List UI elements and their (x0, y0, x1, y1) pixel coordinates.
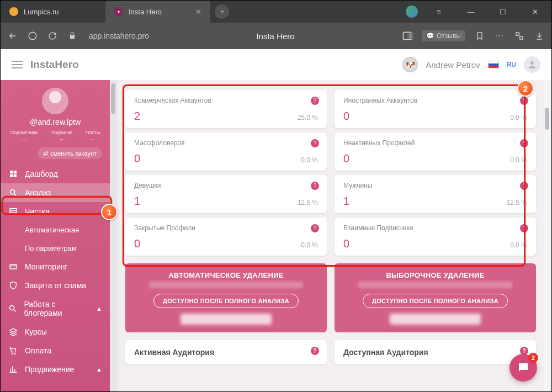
bottom-card-0: Активная Аудитория? (125, 340, 327, 364)
more-icon[interactable]: ⋯ (494, 31, 505, 40)
maximize-icon[interactable]: ☐ (492, 1, 514, 23)
sidebar-item-6[interactable]: Защита от спама (1, 276, 110, 295)
banner-button[interactable]: ДОСТУПНО ПОСЛЕ ПОЛНОГО АНАЛИЗА (153, 294, 299, 308)
svg-point-0 (29, 32, 36, 40)
card-title: Коммерческих Аккаунтов (134, 97, 318, 104)
card-value: 0 (134, 152, 140, 165)
minimize-icon[interactable]: — (460, 1, 482, 23)
shield-icon (8, 281, 18, 290)
chevron-up-icon: ▲ (96, 366, 102, 373)
browser-tab-instahero[interactable]: ✦ Insta Hero ✕ (105, 1, 210, 23)
card-title: Взаимные Подписчики (343, 224, 527, 232)
lock-icon[interactable] (67, 32, 78, 40)
help-icon[interactable]: ? (520, 182, 528, 190)
sidebar-avatar[interactable] (42, 88, 68, 114)
help-icon[interactable]: ? (520, 97, 528, 105)
svg-rect-11 (10, 264, 17, 269)
help-icon[interactable]: ? (311, 347, 319, 355)
browser-profile-avatar[interactable] (406, 6, 418, 18)
sidebar-nav: ДашбордАнализЧисткаАвтоматическаяПо пара… (1, 165, 110, 392)
help-icon[interactable]: ? (311, 97, 319, 105)
blurred-text (390, 314, 481, 325)
card-title: Мужчины (343, 182, 527, 189)
svg-point-4 (530, 61, 534, 65)
tab-title: Lumpics.ru (24, 8, 59, 16)
banner-1: ВЫБОРОЧНОЕ УДАЛЕНИЕДОСТУПНО ПОСЛЕ ПОЛНОГ… (335, 263, 536, 332)
browser-tab-lumpics[interactable]: Lumpics.ru (1, 1, 105, 23)
sidebar-item-4[interactable]: По параметрам (1, 239, 110, 257)
card-title: Иностранных Аккаунтов (343, 97, 527, 104)
card-title: Девушки (134, 182, 318, 189)
cart-icon (8, 346, 18, 355)
help-icon[interactable]: ? (520, 139, 528, 147)
sidebar-item-3[interactable]: Автоматическая (1, 221, 110, 239)
card-value: 1 (134, 195, 140, 208)
card-value: 0 (343, 152, 349, 165)
sidebar-profile: @and.rew.lptw Подписчики··· Подписки··· … (1, 80, 110, 165)
sidebar-item-10[interactable]: Продвижение▲ (1, 360, 110, 379)
svg-rect-10 (10, 209, 17, 215)
workspace: @and.rew.lptw Подписчики··· Подписки··· … (1, 80, 551, 392)
bottom-card-title: Активная Аудитория (134, 348, 214, 357)
sidebar-item-label: Работа с блогерами (24, 300, 89, 317)
banner-button[interactable]: ДОСТУПНО ПОСЛЕ ПОЛНОГО АНАЛИЗА (363, 294, 508, 308)
user-name[interactable]: Andrew Petrov (426, 60, 480, 70)
lang-label[interactable]: RU (507, 61, 516, 68)
reload-icon[interactable] (47, 31, 58, 40)
sidebar-item-7[interactable]: Работа с блогерами▲ (1, 295, 110, 322)
inner-scrollbar[interactable] (110, 80, 118, 392)
sidebar-item-label: Защита от спама (25, 281, 86, 290)
close-icon[interactable]: ✕ (195, 8, 201, 16)
metric-card-6: Закрытые Профили?00.0 % (125, 218, 327, 256)
reviews-button[interactable]: 💬 Отзывы (422, 30, 465, 41)
metric-card-1: Иностранных Аккаунтов?00.0 % (335, 90, 536, 128)
card-percent: 0.0 % (510, 156, 527, 164)
browser-address-bar: app.instahero.pro Insta Hero 2 💬 Отзывы … (1, 23, 551, 49)
chat-badge: 2 (528, 353, 538, 363)
sidebar-item-1[interactable]: Анализ (1, 183, 110, 202)
card-percent: 0.0 % (510, 241, 527, 249)
help-icon[interactable]: ? (311, 224, 319, 232)
back-icon[interactable] (7, 31, 18, 41)
card-value: 0 (134, 237, 140, 250)
banner-row: АВТОМАТИЧЕСКОЕ УДАЛЕНИЕДОСТУПНО ПОСЛЕ ПО… (125, 263, 536, 332)
sidebar-item-2[interactable]: Чистка (1, 202, 110, 221)
banner-title: ВЫБОРОЧНОЕ УДАЛЕНИЕ (344, 271, 526, 279)
metric-card-3: Неактивных Профилей?00.0 % (335, 133, 536, 171)
sidebar-item-9[interactable]: Оплата (1, 341, 110, 360)
svg-rect-8 (14, 174, 17, 177)
extensions-icon[interactable] (514, 31, 525, 41)
switch-account-button[interactable]: ⇄ сменить аккаунт (38, 147, 102, 159)
page-scrollbar[interactable] (544, 80, 551, 392)
new-tab-button[interactable]: ＋ (215, 4, 229, 19)
tab-favicon (9, 7, 18, 16)
sidebar-toggle-icon[interactable]: 2 (402, 30, 413, 41)
sidebar-item-8[interactable]: Курсы (1, 322, 110, 341)
url-text[interactable]: app.instahero.pro (89, 31, 149, 40)
sidebar-item-0[interactable]: Дашборд (1, 165, 110, 183)
metric-card-5: Мужчины?112.5 % (335, 175, 536, 213)
downloads-icon[interactable] (534, 31, 545, 40)
svg-rect-3 (520, 36, 523, 39)
close-window-icon[interactable]: ✕ (524, 1, 546, 23)
user-avatar[interactable]: 🐶 (402, 57, 418, 72)
svg-rect-5 (10, 171, 13, 173)
help-icon[interactable]: ? (311, 182, 319, 190)
sidebar-counters: Подписчики··· Подписки··· Посты··· (4, 130, 107, 142)
sidebar-item-label: Продвижение (25, 365, 74, 374)
blurred-text (181, 314, 272, 325)
sidebar-handle: @and.rew.lptw (4, 118, 107, 126)
bookmark-icon[interactable] (474, 31, 485, 40)
hamburger-icon[interactable] (12, 61, 23, 68)
metric-card-4: Девушки?112.5 % (125, 175, 327, 213)
yandex-icon[interactable] (27, 31, 38, 41)
help-icon[interactable]: ? (520, 224, 528, 232)
sidebar-item-5[interactable]: Мониторинг (1, 257, 110, 276)
sidebar-item-label: Чистка (25, 207, 50, 216)
sidebar-badge: 2 (407, 33, 413, 39)
sidebar-item-label: Автоматическая (25, 226, 79, 234)
account-icon[interactable] (524, 56, 540, 73)
browser-menu-icon[interactable]: ≡ (428, 1, 450, 23)
chat-button[interactable]: 2 (509, 354, 537, 382)
help-icon[interactable]: ? (311, 139, 319, 147)
